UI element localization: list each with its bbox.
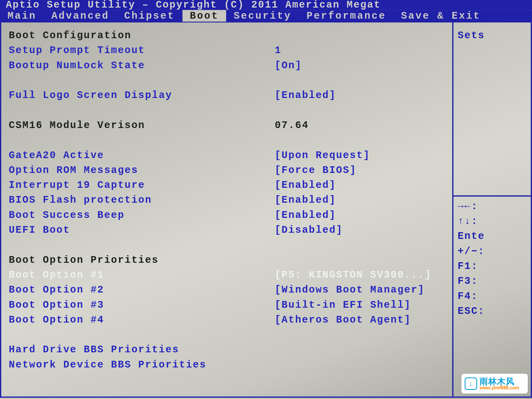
watermark: ↓ 雨林木风 www.ylmf888.com	[461, 374, 528, 393]
beep-label: Boot Success Beep	[9, 208, 275, 223]
boot4-value: [Atheros Boot Agent]	[275, 313, 446, 328]
uefi-value: [Disabled]	[275, 223, 446, 238]
key-hint-esc: ESC:	[458, 304, 527, 319]
help-text: Sets	[458, 28, 527, 43]
full-logo-label: Full Logo Screen Display	[9, 88, 275, 103]
key-hint-left-right: →←:	[458, 199, 527, 214]
boot-success-beep[interactable]: Boot Success Beep [Enabled]	[9, 208, 446, 223]
numlock-label: Bootup NumLock State	[9, 58, 275, 73]
menu-boot-label: Boot	[190, 10, 219, 21]
download-icon: ↓	[469, 379, 473, 388]
boot1-value: [P5: KINGSTON SV300...]	[275, 268, 446, 283]
key-hint-f4: F4:	[458, 289, 527, 304]
uefi-boot[interactable]: UEFI Boot [Disabled]	[9, 223, 446, 238]
optrom-label: Option ROM Messages	[9, 163, 275, 178]
watermark-url: www.ylmf888.com	[480, 386, 519, 390]
beep-value: [Enabled]	[275, 208, 446, 223]
menu-main-label: Main	[8, 10, 36, 21]
boot-option-4[interactable]: Boot Option #4 [Atheros Boot Agent]	[9, 313, 446, 328]
uefi-label: UEFI Boot	[9, 223, 275, 238]
boot-option-3[interactable]: Boot Option #3 [Built-in EFI Shell]	[9, 298, 446, 312]
boot4-label: Boot Option #4	[9, 313, 275, 328]
flashprot-value: [Enabled]	[275, 193, 446, 208]
menu-save-exit-label: Save & Exit	[401, 10, 481, 21]
interrupt-19-capture[interactable]: Interrupt 19 Capture [Enabled]	[9, 178, 446, 193]
numlock-value: [On]	[275, 58, 446, 73]
int19-label: Interrupt 19 Capture	[9, 178, 275, 193]
menu-save-exit[interactable]: Save & Exit	[393, 10, 488, 22]
flashprot-label: BIOS Flash protection	[9, 193, 275, 208]
bios-flash-protection[interactable]: BIOS Flash protection [Enabled]	[9, 193, 446, 208]
setup-prompt-timeout[interactable]: Setup Prompt Timeout 1	[9, 43, 446, 58]
boot2-label: Boot Option #2	[9, 283, 275, 298]
key-hint-up-down: ↑↓:	[458, 214, 527, 229]
menu-security-label: Security	[234, 10, 291, 21]
menu-performance-label: Performance	[307, 10, 386, 21]
gatea20-value: [Upon Request]	[275, 148, 446, 163]
setup-prompt-value: 1	[275, 43, 446, 58]
csm16-module-version: CSM16 Module Verison 07.64	[9, 118, 446, 133]
watermark-text-cn: 雨林木风	[480, 377, 519, 386]
network-device-bbs-priorities[interactable]: Network Device BBS Priorities	[9, 358, 446, 372]
boot3-value: [Built-in EFI Shell]	[275, 298, 446, 312]
boot1-label: Boot Option #1	[9, 268, 275, 283]
menu-main[interactable]: Main	[0, 10, 44, 22]
boot-config-title: Boot Configuration	[9, 28, 132, 43]
content-frame: Boot Configuration Setup Prompt Timeout …	[0, 22, 532, 398]
menu-advanced[interactable]: Advanced	[44, 10, 117, 22]
boot-option-1[interactable]: Boot Option #1 [P5: KINGSTON SV300...]	[9, 268, 446, 283]
int19-value: [Enabled]	[275, 178, 446, 193]
menu-security[interactable]: Security	[226, 10, 299, 22]
watermark-icon: ↓	[465, 377, 477, 390]
csm16-value: 07.64	[275, 118, 446, 133]
key-hint-plus-minus: +/−:	[458, 244, 527, 259]
main-panel: Boot Configuration Setup Prompt Timeout …	[1, 22, 453, 397]
menu-bar: Main Advanced Chipset Boot Security Perf…	[0, 10, 532, 22]
boot3-label: Boot Option #3	[9, 298, 275, 312]
boot2-value: [Windows Boot Manager]	[275, 283, 446, 298]
menu-performance[interactable]: Performance	[299, 10, 393, 22]
menu-advanced-label: Advanced	[51, 10, 109, 21]
key-hint-f3: F3:	[458, 274, 527, 289]
option-rom-messages[interactable]: Option ROM Messages [Force BIOS]	[9, 163, 446, 178]
bootup-numlock-state[interactable]: Bootup NumLock State [On]	[9, 58, 446, 73]
menu-boot[interactable]: Boot	[182, 10, 226, 22]
full-logo-value: [Enabled]	[275, 88, 446, 103]
menu-chipset[interactable]: Chipset	[117, 10, 182, 22]
gatea20-active[interactable]: GateA20 Active [Upon Request]	[9, 148, 446, 163]
setup-prompt-label: Setup Prompt Timeout	[9, 43, 275, 58]
net-bbs-label: Network Device BBS Priorities	[9, 358, 206, 372]
gatea20-label: GateA20 Active	[9, 148, 275, 163]
csm16-label: CSM16 Module Verison	[9, 118, 275, 133]
hard-drive-bbs-priorities[interactable]: Hard Drive BBS Priorities	[9, 342, 446, 357]
hdd-bbs-label: Hard Drive BBS Priorities	[9, 342, 179, 357]
full-logo-screen-display[interactable]: Full Logo Screen Display [Enabled]	[9, 88, 446, 103]
help-separator	[454, 195, 531, 197]
bios-title: Aptio Setup Utility – Copyright (C) 2011…	[0, 0, 532, 10]
optrom-value: [Force BIOS]	[275, 163, 446, 178]
bios-title-text: Aptio Setup Utility – Copyright (C) 2011…	[6, 0, 381, 10]
boot-option-2[interactable]: Boot Option #2 [Windows Boot Manager]	[9, 283, 446, 298]
key-hint-f1: F1:	[458, 259, 527, 274]
key-hint-enter: Ente	[458, 229, 527, 244]
menu-chipset-label: Chipset	[124, 10, 175, 21]
boot-priorities-title: Boot Option Priorities	[9, 253, 159, 267]
help-panel: Sets →←: ↑↓: Ente +/−: F1: F3: F4: ESC:	[454, 22, 531, 397]
